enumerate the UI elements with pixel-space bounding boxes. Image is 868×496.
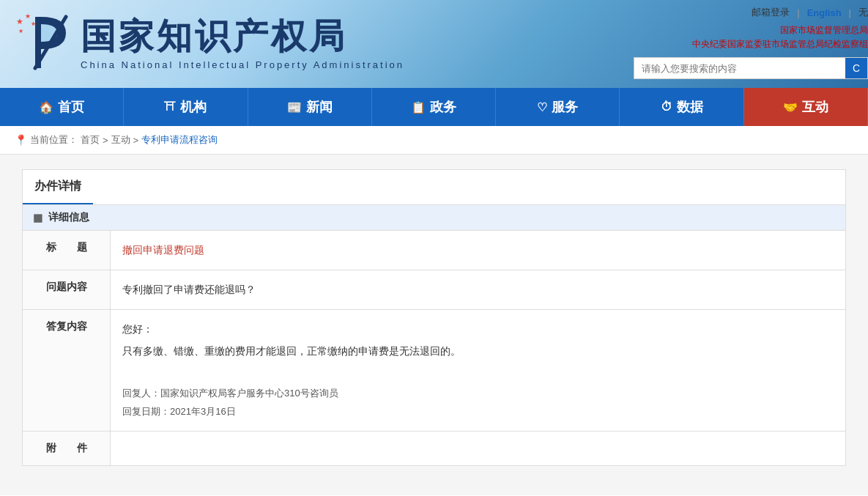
answer-main: 只有多缴、错缴、重缴的费用才能退回，正常缴纳的申请费是无法退回的。 — [122, 342, 834, 360]
nav-label-interact: 互动 — [802, 98, 828, 116]
answer-responder: 回复人：国家知识产权局客户服务中心310号咨询员 — [122, 385, 834, 401]
nav-label-gov: 政务 — [430, 98, 456, 116]
data-icon: ⏱ — [661, 100, 672, 114]
news-icon: 📰 — [287, 100, 302, 114]
search-input[interactable] — [634, 59, 845, 78]
nav-label-news: 新闻 — [306, 98, 333, 116]
value-title: 撤回申请退费问题 — [111, 231, 845, 270]
value-question: 专利撤回了申请费还能退吗？ — [111, 270, 845, 309]
header-search: C — [634, 57, 868, 79]
logo-text: 国家知识产权局 China National Intellectual Prop… — [81, 18, 404, 70]
nav-item-service[interactable]: ♡ 服务 — [496, 88, 620, 126]
gov-link-1[interactable]: 国家市场监督管理总局 — [692, 23, 868, 37]
home-icon: 🏠 — [39, 100, 53, 114]
answer-greeting: 您好： — [122, 320, 834, 338]
search-button[interactable]: C — [845, 58, 867, 78]
header-gov-links: 国家市场监督管理总局 中央纪委国家监委驻市场监管总局纪检监察组 — [692, 23, 868, 51]
no-link[interactable]: 无 — [858, 6, 868, 19]
breadcrumb-current: 专利申请流程咨询 — [141, 133, 218, 147]
answer-date: 回复日期：2021年3月16日 — [122, 403, 834, 420]
label-title: 标 题 — [23, 231, 111, 270]
service-icon: ♡ — [537, 100, 547, 114]
header-logo: ★ ★ ★ ★ 国家知识产权局 China National Intellect… — [0, 0, 419, 88]
title-text: 撤回申请退费问题 — [122, 244, 204, 256]
value-answer: 您好： 只有多缴、错缴、重缴的费用才能退回，正常缴纳的申请费是无法退回的。 回复… — [111, 310, 845, 430]
nav-label-org: 机构 — [180, 98, 207, 116]
org-icon: ⛩ — [164, 100, 176, 114]
logo-icon: ★ ★ ★ ★ — [15, 11, 73, 77]
svg-text:★: ★ — [31, 21, 36, 27]
value-attachment — [111, 432, 845, 465]
mail-login-link[interactable]: 邮箱登录 — [752, 6, 790, 19]
separator2: | — [849, 7, 851, 18]
nav-item-data[interactable]: ⏱ 数据 — [620, 88, 743, 126]
answer-spacer — [122, 363, 834, 382]
breadcrumb-sep1: > — [103, 135, 108, 146]
nav-item-gov[interactable]: 📋 政务 — [372, 88, 496, 126]
detail-table: ▦ 详细信息 标 题 撤回申请退费问题 问题内容 专利撤回了申请费还能退吗？ — [23, 205, 845, 465]
detail-header-row: ▦ 详细信息 — [23, 205, 845, 231]
logo-english-text: China National Intellectual Property Adm… — [81, 59, 404, 70]
breadcrumb-prefix: 当前位置： — [30, 133, 78, 147]
nav-item-interact[interactable]: 🤝 互动 — [744, 88, 868, 126]
nav-item-org[interactable]: ⛩ 机构 — [124, 88, 248, 126]
header-top-links: 邮箱登录 | English | 无 — [752, 6, 868, 19]
detail-header-label: 详细信息 — [48, 211, 89, 224]
nav-item-news[interactable]: 📰 新闻 — [248, 88, 372, 126]
info-row-attachment: 附 件 — [23, 432, 845, 465]
nav-item-home[interactable]: 🏠 首页 — [0, 88, 124, 126]
navbar: 🏠 首页 ⛩ 机构 📰 新闻 📋 政务 ♡ 服务 ⏱ 数据 🤝 互动 — [0, 88, 868, 126]
label-question: 问题内容 — [23, 270, 111, 309]
label-attachment: 附 件 — [23, 432, 111, 465]
breadcrumb-sep2: > — [133, 135, 139, 146]
question-text: 专利撤回了申请费还能退吗？ — [122, 284, 256, 295]
nav-label-home: 首页 — [58, 98, 84, 116]
gov-link-2[interactable]: 中央纪委国家监委驻市场监管总局纪检监察组 — [692, 37, 868, 51]
svg-text:★: ★ — [16, 17, 23, 26]
main-content: 办件详情 ▦ 详细信息 标 题 撤回申请退费问题 问题内容 — [0, 155, 868, 495]
svg-text:★: ★ — [25, 12, 31, 20]
section-box: 办件详情 ▦ 详细信息 标 题 撤回申请退费问题 问题内容 — [22, 169, 846, 466]
info-row-answer: 答复内容 您好： 只有多缴、错缴、重缴的费用才能退回，正常缴纳的申请费是无法退回… — [23, 310, 845, 431]
info-row-title: 标 题 撤回申请退费问题 — [23, 231, 845, 270]
breadcrumb-interact[interactable]: 互动 — [111, 133, 130, 147]
breadcrumb-home[interactable]: 首页 — [81, 133, 100, 147]
label-answer: 答复内容 — [23, 310, 111, 430]
gov-icon: 📋 — [411, 100, 426, 114]
section-title: 办件详情 — [23, 170, 93, 204]
header: ★ ★ ★ ★ 国家知识产权局 China National Intellect… — [0, 0, 868, 88]
logo-chinese-text: 国家知识产权局 — [81, 18, 404, 56]
svg-text:★: ★ — [18, 28, 23, 34]
doc-icon: ▦ — [33, 212, 42, 223]
breadcrumb: 📍 当前位置： 首页 > 互动 > 专利申请流程咨询 — [0, 126, 868, 155]
nav-label-service: 服务 — [552, 98, 578, 116]
section-title-wrapper: 办件详情 — [23, 170, 845, 205]
nav-label-data: 数据 — [677, 98, 703, 116]
english-link[interactable]: English — [807, 7, 842, 18]
header-right: 邮箱登录 | English | 无 国家市场监督管理总局 中央纪委国家监委驻市… — [619, 0, 868, 88]
interact-icon: 🤝 — [783, 100, 798, 114]
location-icon: 📍 — [15, 134, 27, 146]
separator1: | — [797, 7, 799, 18]
info-row-question: 问题内容 专利撤回了申请费还能退吗？ — [23, 270, 845, 310]
